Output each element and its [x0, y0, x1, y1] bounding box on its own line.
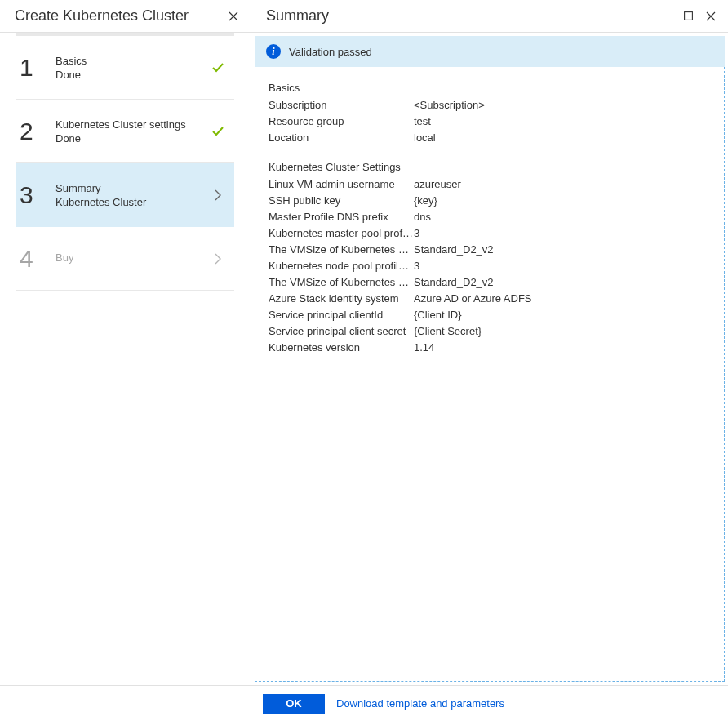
summary-key: SSH public key — [269, 193, 414, 209]
step-label: Summary — [55, 182, 210, 194]
info-icon: i — [266, 44, 281, 59]
checkmark-icon — [210, 61, 226, 74]
summary-row: SSH public key{key} — [269, 193, 711, 209]
right-footer: OK Download template and parameters — [251, 685, 728, 721]
summary-key: Kubernetes master pool profile ... — [269, 225, 414, 242]
summary-key: Service principal clientId — [269, 307, 414, 323]
summary-row: Azure Stack identity systemAzure AD or A… — [269, 291, 711, 307]
section-title-basics: Basics — [269, 82, 711, 94]
summary-key: Kubernetes node pool profile c... — [269, 258, 414, 274]
summary-row: Linux VM admin usernameazureuser — [269, 176, 711, 193]
summary-value: azureuser — [414, 176, 711, 193]
summary-value: local — [414, 130, 711, 146]
summary-row: Service principal clientId{Client ID} — [269, 307, 711, 323]
summary-value: Standard_D2_v2 — [414, 242, 711, 258]
svg-rect-0 — [684, 12, 692, 20]
summary-right-panel: Summary i Validation passed Basics Subsc… — [251, 0, 728, 721]
left-panel-header: Create Kubernetes Cluster — [0, 0, 251, 33]
summary-row: Kubernetes master pool profile ...3 — [269, 225, 711, 242]
step-label: Buy — [55, 251, 210, 264]
wizard-step-cluster-settings[interactable]: 2 Kubernetes Cluster settings Done — [16, 100, 234, 163]
chevron-right-icon — [210, 189, 226, 201]
step-number: 1 — [20, 54, 55, 82]
step-sublabel: Done — [55, 69, 210, 81]
summary-value: Standard_D2_v2 — [414, 274, 711, 291]
summary-row: Service principal client secret{Client S… — [269, 323, 711, 340]
validation-text: Validation passed — [289, 46, 372, 58]
right-panel-header: Summary — [251, 0, 728, 33]
checkmark-icon — [210, 125, 226, 138]
section-title-cluster: Kubernetes Cluster Settings — [269, 161, 711, 173]
ok-button[interactable]: OK — [263, 694, 325, 714]
summary-key: Kubernetes version — [269, 340, 414, 356]
summary-value: 3 — [414, 225, 711, 242]
summary-value: {Client Secret} — [414, 323, 711, 340]
step-label: Basics — [55, 55, 210, 67]
summary-key: Location — [269, 130, 414, 146]
summary-row: The VMSize of Kubernetes mas...Standard_… — [269, 242, 711, 258]
summary-key: The VMSize of Kubernetes nod... — [269, 274, 414, 291]
summary-key: Azure Stack identity system — [269, 291, 414, 307]
validation-banner: i Validation passed — [255, 36, 725, 67]
summary-key: Linux VM admin username — [269, 176, 414, 193]
download-template-link[interactable]: Download template and parameters — [336, 697, 504, 710]
summary-key: Master Profile DNS prefix — [269, 209, 414, 225]
summary-value: <Subscription> — [414, 97, 711, 113]
summary-body: Basics Subscription<Subscription> Resour… — [255, 67, 725, 682]
summary-row: Resource grouptest — [269, 113, 711, 130]
summary-key: Subscription — [269, 97, 414, 113]
left-footer — [0, 685, 251, 721]
step-sublabel: Done — [55, 132, 210, 145]
step-sublabel: Kubernetes Cluster — [55, 196, 210, 208]
summary-value: Azure AD or Azure ADFS — [414, 291, 711, 307]
step-number: 4 — [20, 245, 55, 273]
summary-value: dns — [414, 209, 711, 225]
step-number: 3 — [20, 181, 55, 209]
summary-row: Kubernetes node pool profile c...3 — [269, 258, 711, 274]
maximize-icon[interactable] — [682, 11, 694, 22]
summary-row: Subscription<Subscription> — [269, 97, 711, 113]
summary-value: 1.14 — [414, 340, 711, 356]
summary-key: Service principal client secret — [269, 323, 414, 340]
summary-row: The VMSize of Kubernetes nod...Standard_… — [269, 274, 711, 291]
summary-value: {Client ID} — [414, 307, 711, 323]
wizard-step-buy[interactable]: 4 Buy — [16, 227, 234, 291]
summary-value: test — [414, 113, 711, 130]
step-number: 2 — [20, 118, 55, 145]
step-label: Kubernetes Cluster settings — [55, 118, 210, 131]
right-panel-title: Summary — [266, 7, 682, 24]
close-icon[interactable] — [705, 11, 717, 22]
summary-row: Kubernetes version1.14 — [269, 340, 711, 356]
summary-value: 3 — [414, 258, 711, 274]
wizard-step-summary[interactable]: 3 Summary Kubernetes Cluster — [16, 163, 234, 227]
summary-row: Master Profile DNS prefixdns — [269, 209, 711, 225]
wizard-left-panel: Create Kubernetes Cluster 1 Basics Done … — [0, 0, 251, 721]
summary-key: The VMSize of Kubernetes mas... — [269, 242, 414, 258]
chevron-right-icon — [210, 253, 226, 265]
wizard-step-basics[interactable]: 1 Basics Done — [16, 36, 234, 100]
wizard-steps: 1 Basics Done 2 Kubernetes Cluster setti… — [0, 36, 251, 685]
summary-value: {key} — [414, 193, 711, 209]
summary-row: Locationlocal — [269, 130, 711, 146]
left-panel-title: Create Kubernetes Cluster — [15, 7, 228, 24]
summary-key: Resource group — [269, 113, 414, 130]
close-icon[interactable] — [228, 11, 239, 22]
